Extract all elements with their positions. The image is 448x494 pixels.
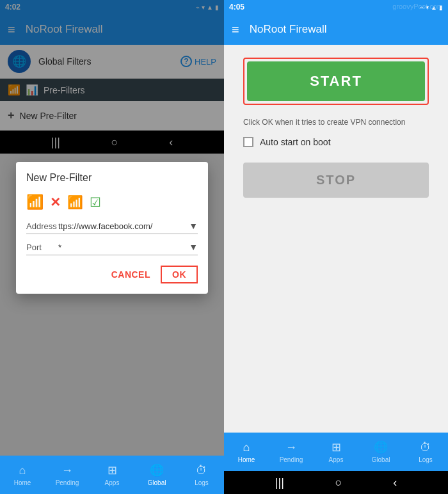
right-pending-icon: → [285, 441, 297, 454]
address-dropdown-icon[interactable]: ▼ [189, 221, 198, 231]
right-time: 4:05 [229, 3, 244, 12]
logs-icon: ⏱ [196, 464, 207, 477]
right-global-icon: 🌐 [374, 440, 388, 454]
right-back-button[interactable]: ‹ [393, 476, 397, 490]
right-home-icon: ⌂ [243, 441, 250, 454]
autostart-label: Auto start on boot [260, 137, 331, 147]
right-content: START Click OK when it tries to create V… [224, 45, 448, 494]
right-panel: 4:05 ⌁ ▾ ▲ ▮ groovyPost.com ≡ NoRoot Fir… [224, 0, 448, 494]
right-nav-home[interactable]: ⌂ Home [224, 441, 269, 463]
ok-button[interactable]: OK [161, 266, 198, 283]
pending-icon: → [61, 464, 73, 477]
left-nav-logs[interactable]: ⏱ Logs [179, 464, 224, 486]
logs-label: Logs [195, 479, 209, 486]
dialog-signal-icon[interactable]: 📶 [67, 195, 83, 210]
right-global-label: Global [372, 456, 390, 463]
right-logs-icon: ⏱ [420, 441, 431, 454]
dialog-icons-row: 📶 ✕ 📶 ☑ [26, 194, 198, 211]
global-icon: 🌐 [150, 463, 164, 477]
right-pending-label: Pending [280, 456, 303, 463]
stop-button[interactable]: STOP [243, 163, 429, 198]
left-nav-pending[interactable]: → Pending [45, 464, 90, 486]
cancel-button[interactable]: CANCEL [111, 269, 150, 280]
vpn-hint: Click OK when it tries to create VPN con… [243, 118, 429, 127]
address-field-row: Address ttps://www.facebook.com/ ▼ [26, 221, 198, 234]
right-home-label: Home [238, 456, 255, 463]
right-apps-icon: ⊞ [332, 440, 341, 454]
dialog-actions: CANCEL OK [26, 266, 198, 283]
dialog-wifi-icon[interactable]: 📶 [26, 194, 44, 211]
right-app-title: NoRoot Firewall [250, 23, 327, 36]
dialog-title: New Pre-Filter [26, 172, 198, 184]
left-panel: 4:02 ⌁ ▾ ▲ ▮ ≡ NoRoot Firewall 🌐 Global … [0, 0, 224, 494]
dialog-backdrop: New Pre-Filter 📶 ✕ 📶 ☑ Address ttps://ww… [0, 0, 224, 456]
autostart-row: Auto start on boot [243, 137, 429, 147]
start-button-wrapper: START [243, 58, 429, 105]
right-nav-global[interactable]: 🌐 Global [358, 440, 403, 463]
pending-label: Pending [56, 479, 79, 486]
right-bottom-nav: ⌂ Home → Pending ⊞ Apps 🌐 Global ⏱ Logs [224, 433, 448, 471]
autostart-checkbox[interactable] [243, 137, 253, 147]
apps-icon: ⊞ [108, 463, 117, 477]
right-nav-apps[interactable]: ⊞ Apps [314, 440, 358, 463]
right-apps-label: Apps [329, 456, 344, 463]
right-logs-label: Logs [419, 456, 433, 463]
port-field-row: Port * ▼ [26, 242, 198, 255]
left-nav-apps[interactable]: ⊞ Apps [90, 463, 134, 486]
apps-label: Apps [105, 479, 120, 486]
home-icon: ⌂ [19, 464, 26, 477]
watermark: groovyPost.com [392, 3, 443, 10]
right-home-button[interactable]: ○ [335, 476, 342, 490]
port-dropdown-icon[interactable]: ▼ [189, 242, 198, 252]
right-nav-pending[interactable]: → Pending [269, 441, 314, 463]
new-prefilter-dialog: New Pre-Filter 📶 ✕ 📶 ☑ Address ttps://ww… [16, 162, 208, 294]
right-nav-logs[interactable]: ⏱ Logs [403, 441, 448, 463]
port-label: Port [26, 243, 58, 252]
right-app-bar: ≡ NoRoot Firewall [224, 14, 448, 45]
right-recent-button[interactable]: ||| [275, 476, 284, 490]
right-hamburger-icon[interactable]: ≡ [232, 22, 239, 37]
global-label: Global [148, 479, 166, 486]
dialog-check-icon[interactable]: ☑ [90, 195, 101, 210]
left-nav-global[interactable]: 🌐 Global [134, 463, 179, 486]
right-system-nav: ||| ○ ‹ [224, 471, 448, 494]
left-nav-home[interactable]: ⌂ Home [0, 464, 45, 486]
start-button[interactable]: START [247, 61, 425, 101]
address-label: Address [26, 221, 58, 231]
port-value[interactable]: * [58, 243, 189, 252]
left-bottom-nav: ⌂ Home → Pending ⊞ Apps 🌐 Global ⏱ Logs [0, 456, 224, 494]
home-label: Home [14, 479, 31, 486]
address-value[interactable]: ttps://www.facebook.com/ [58, 221, 189, 231]
dialog-x-icon[interactable]: ✕ [50, 195, 61, 210]
